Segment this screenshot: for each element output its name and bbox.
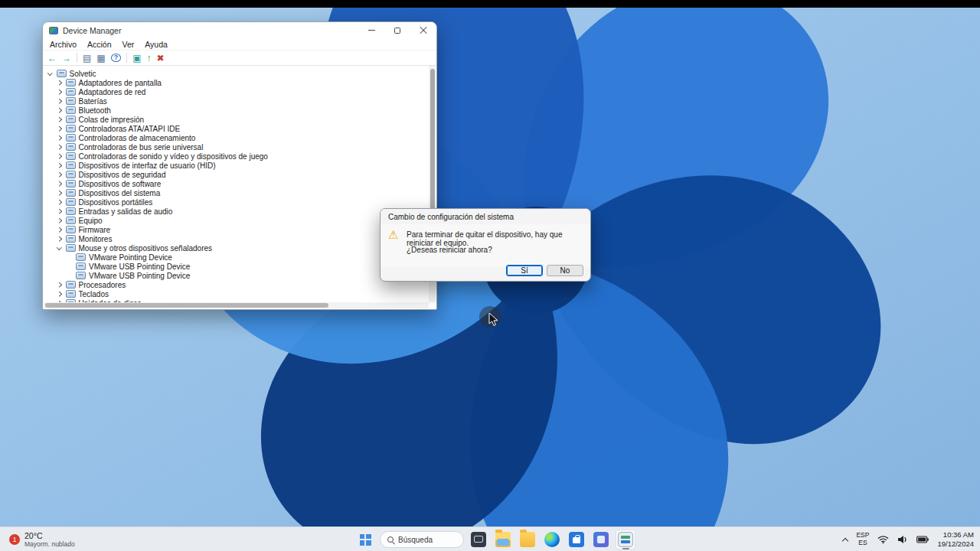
tree-item[interactable]: Dispositivos de software (44, 179, 429, 188)
system-tray: ESP ES 10:36 AM 19/12/2024 (843, 529, 974, 550)
search-icon (387, 536, 394, 543)
tree-item-label: Dispositivos del sistema (79, 189, 161, 197)
computer-icon (66, 217, 76, 224)
device-manager-icon[interactable] (616, 530, 635, 549)
speaker-icon[interactable] (897, 535, 908, 544)
menu-item[interactable]: Acción (87, 40, 112, 49)
back-icon[interactable]: ← (47, 54, 57, 63)
snipping-tool-icon[interactable] (469, 530, 488, 549)
tree-item[interactable]: Controladoras de almacenamiento (44, 133, 429, 142)
uninstall-device-icon[interactable]: ✖ (157, 54, 165, 63)
tree-item[interactable]: Controladoras de bus serie universal (44, 142, 429, 152)
window-title: Device Manager (63, 26, 121, 35)
folder-icon[interactable] (518, 530, 537, 549)
chevron-right-icon[interactable] (57, 90, 61, 94)
tree-item[interactable]: Solvetic (44, 69, 429, 78)
audio-io-icon (66, 207, 76, 215)
chevron-right-icon[interactable] (57, 227, 61, 232)
tree-item[interactable]: Mouse y otros dispositivos señaladores (44, 243, 429, 253)
help-icon[interactable]: ? (111, 54, 122, 62)
tree-item[interactable]: Equipo (44, 216, 429, 225)
update-driver-icon[interactable]: ↑ (147, 54, 152, 63)
titlebar[interactable]: Device Manager (43, 22, 436, 38)
battery-icon[interactable] (916, 536, 929, 543)
chevron-right-icon[interactable] (57, 163, 61, 168)
tree-item[interactable]: Controladoras de sonido y vídeo y dispos… (44, 152, 429, 161)
chevron-right-icon[interactable] (57, 154, 61, 158)
chevron-right-icon[interactable] (57, 135, 61, 140)
close-button[interactable] (410, 22, 436, 38)
tree-item[interactable]: Colas de impresión (44, 115, 429, 124)
maximize-button[interactable] (384, 22, 410, 38)
tree-item-label: Dispositivos de interfaz de usuario (HID… (79, 161, 216, 170)
tree-item[interactable]: Monitores (44, 234, 429, 243)
tree-item[interactable]: Adaptadores de red (44, 87, 429, 96)
clock[interactable]: 10:36 AM 19/12/2024 (937, 530, 974, 549)
store-icon[interactable] (567, 530, 586, 549)
tree-item[interactable]: VMware USB Pointing Device (44, 271, 429, 280)
chevron-down-icon[interactable] (47, 70, 52, 75)
chevron-right-icon[interactable] (57, 292, 61, 296)
time-label: 10:36 AM (943, 530, 974, 540)
taskbar-app-icon[interactable] (591, 530, 611, 549)
tree-item[interactable]: Firmware (44, 225, 429, 234)
scrollbar-thumb[interactable] (45, 303, 328, 308)
chevron-right-icon[interactable] (57, 236, 61, 241)
chevron-down-icon[interactable] (57, 245, 61, 249)
chevron-right-icon[interactable] (57, 108, 61, 112)
language-indicator[interactable]: ESP ES (856, 532, 869, 547)
tree-item-label: Teclados (79, 290, 109, 298)
display-adapter-icon (66, 79, 76, 86)
dialog-title[interactable]: Cambio de configuración del sistema (381, 209, 590, 224)
tree-item[interactable]: VMware USB Pointing Device (44, 262, 429, 271)
tree-item-label: VMware Pointing Device (89, 253, 172, 262)
tree-item[interactable]: Teclados (44, 289, 429, 298)
tree-item[interactable]: Dispositivos portátiles (44, 197, 429, 207)
tree-item[interactable]: Dispositivos de seguridad (44, 170, 429, 179)
close-icon (420, 27, 427, 34)
tree-item[interactable]: Dispositivos de interfaz de usuario (HID… (44, 161, 429, 170)
horizontal-scrollbar[interactable] (44, 302, 429, 308)
chevron-right-icon[interactable] (57, 218, 61, 223)
chevron-right-icon[interactable] (57, 117, 61, 122)
chevron-right-icon[interactable] (57, 191, 61, 195)
yes-button[interactable]: Sí (506, 265, 543, 276)
tree-item[interactable]: Baterías (44, 96, 429, 106)
menu-item[interactable]: Ayuda (145, 40, 168, 49)
chevron-right-icon[interactable] (57, 181, 61, 186)
system-device-icon (66, 189, 76, 197)
search-box[interactable]: Búsqueda (380, 531, 464, 548)
console-tree-icon[interactable]: ▤ (83, 54, 91, 63)
mouse-icon (76, 253, 86, 261)
chevron-right-icon[interactable] (57, 99, 61, 103)
no-button[interactable]: No (547, 265, 583, 276)
menu-item[interactable]: Ver (122, 40, 135, 49)
properties-icon[interactable]: ▦ (96, 54, 105, 63)
chevron-right-icon[interactable] (57, 172, 61, 177)
tree-item[interactable]: Adaptadores de pantalla (44, 78, 429, 87)
mouse-cursor (488, 312, 499, 328)
chevron-right-icon[interactable] (57, 145, 61, 149)
menu-item[interactable]: Archivo (50, 40, 77, 49)
tree-item[interactable]: Dispositivos del sistema (44, 188, 429, 197)
chevron-right-icon[interactable] (57, 126, 61, 131)
edge-icon (544, 532, 560, 547)
wifi-icon[interactable] (877, 535, 889, 544)
chevron-right-icon[interactable] (57, 200, 61, 204)
chevron-right-icon[interactable] (57, 209, 61, 214)
tray-overflow-chevron-icon[interactable] (842, 537, 848, 543)
file-explorer-icon[interactable] (493, 530, 513, 549)
tree-item[interactable]: Entradas y salidas de audio (44, 207, 429, 216)
tree-item[interactable]: Procesadores (44, 280, 429, 289)
edge-icon[interactable] (542, 530, 562, 549)
tree-item[interactable]: Controladoras ATA/ATAPI IDE (44, 124, 429, 133)
chevron-right-icon[interactable] (57, 282, 61, 287)
scan-hardware-icon[interactable]: ▣ (132, 54, 141, 63)
start-button[interactable] (355, 530, 375, 549)
minimize-button[interactable] (358, 22, 384, 38)
weather-widget[interactable]: 1 20°C Mayorm. nublado (5, 529, 80, 550)
tree-item[interactable]: VMware Pointing Device (44, 253, 429, 262)
chevron-right-icon[interactable] (57, 80, 61, 85)
forward-icon[interactable]: → (62, 54, 71, 63)
tree-item[interactable]: Bluetooth (44, 106, 429, 115)
